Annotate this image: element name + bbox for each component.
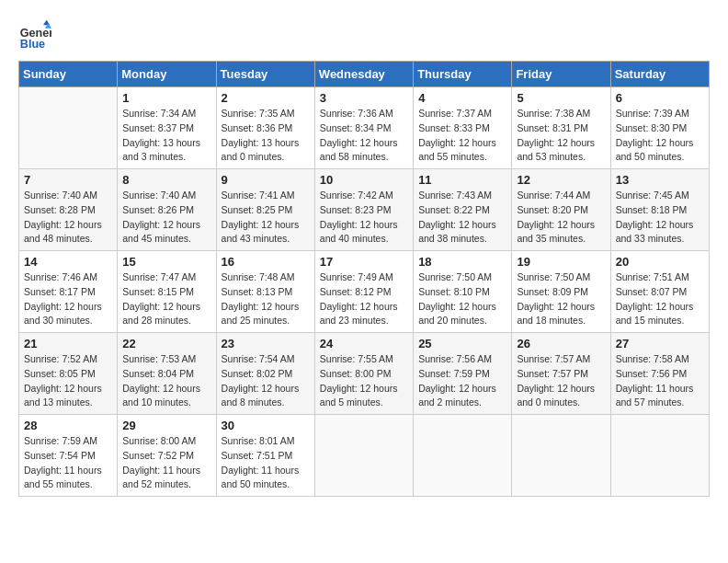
day-info: Sunrise: 7:57 AM Sunset: 7:57 PM Dayligh… (517, 352, 605, 410)
calendar-cell: 11Sunrise: 7:43 AM Sunset: 8:22 PM Dayli… (414, 169, 512, 251)
day-number: 21 (24, 337, 112, 350)
day-number: 22 (122, 337, 210, 350)
calendar-cell: 20Sunrise: 7:51 AM Sunset: 8:07 PM Dayli… (610, 251, 709, 333)
calendar-cell: 24Sunrise: 7:55 AM Sunset: 8:00 PM Dayli… (314, 333, 413, 415)
day-number: 29 (122, 419, 210, 432)
calendar-cell: 16Sunrise: 7:48 AM Sunset: 8:13 PM Dayli… (216, 251, 314, 333)
weekday-tuesday: Tuesday (216, 62, 314, 87)
calendar-week-4: 21Sunrise: 7:52 AM Sunset: 8:05 PM Dayli… (19, 333, 710, 415)
calendar-cell (314, 415, 413, 497)
calendar-cell: 17Sunrise: 7:49 AM Sunset: 8:12 PM Dayli… (314, 251, 413, 333)
weekday-sunday: Sunday (19, 62, 118, 87)
day-info: Sunrise: 7:40 AM Sunset: 8:28 PM Dayligh… (24, 189, 112, 247)
day-number: 8 (122, 173, 210, 187)
day-info: Sunrise: 7:51 AM Sunset: 8:07 PM Dayligh… (616, 270, 704, 328)
calendar-cell: 23Sunrise: 7:54 AM Sunset: 8:02 PM Dayli… (216, 333, 314, 415)
calendar-cell: 25Sunrise: 7:56 AM Sunset: 7:59 PM Dayli… (414, 333, 512, 415)
calendar-table: SundayMondayTuesdayWednesdayThursdayFrid… (18, 61, 710, 497)
day-number: 16 (222, 255, 310, 269)
calendar-cell: 13Sunrise: 7:45 AM Sunset: 8:18 PM Dayli… (610, 169, 709, 251)
day-number: 2 (222, 91, 310, 105)
calendar-cell: 14Sunrise: 7:46 AM Sunset: 8:17 PM Dayli… (19, 251, 118, 333)
day-number: 13 (616, 173, 704, 187)
day-info: Sunrise: 7:34 AM Sunset: 8:37 PM Dayligh… (122, 107, 210, 165)
calendar-cell: 30Sunrise: 8:01 AM Sunset: 7:51 PM Dayli… (216, 415, 314, 497)
calendar-cell: 19Sunrise: 7:50 AM Sunset: 8:09 PM Dayli… (512, 251, 610, 333)
day-number: 7 (24, 173, 112, 187)
weekday-monday: Monday (118, 62, 216, 87)
day-number: 30 (222, 419, 310, 432)
day-info: Sunrise: 7:38 AM Sunset: 8:31 PM Dayligh… (517, 107, 605, 165)
calendar-cell (512, 415, 610, 497)
day-info: Sunrise: 7:50 AM Sunset: 8:09 PM Dayligh… (517, 270, 605, 328)
page-header: General Blue (18, 18, 710, 52)
day-info: Sunrise: 7:43 AM Sunset: 8:22 PM Dayligh… (418, 189, 506, 247)
day-number: 23 (222, 337, 310, 350)
calendar-week-2: 7Sunrise: 7:40 AM Sunset: 8:28 PM Daylig… (19, 169, 710, 251)
calendar-cell: 7Sunrise: 7:40 AM Sunset: 8:28 PM Daylig… (19, 169, 118, 251)
day-number: 17 (320, 255, 408, 269)
day-info: Sunrise: 7:47 AM Sunset: 8:15 PM Dayligh… (122, 270, 210, 328)
calendar-cell: 2Sunrise: 7:35 AM Sunset: 8:36 PM Daylig… (216, 87, 314, 169)
calendar-cell (19, 87, 118, 169)
day-info: Sunrise: 7:40 AM Sunset: 8:26 PM Dayligh… (122, 189, 210, 247)
svg-marker-2 (43, 20, 50, 25)
day-number: 15 (122, 255, 210, 269)
day-number: 18 (418, 255, 506, 269)
day-number: 20 (616, 255, 704, 269)
calendar-cell: 29Sunrise: 8:00 AM Sunset: 7:52 PM Dayli… (118, 415, 216, 497)
calendar-cell: 21Sunrise: 7:52 AM Sunset: 8:05 PM Dayli… (19, 333, 118, 415)
day-number: 9 (222, 173, 310, 187)
day-info: Sunrise: 7:42 AM Sunset: 8:23 PM Dayligh… (320, 189, 408, 247)
day-number: 12 (517, 173, 605, 187)
calendar-cell: 5Sunrise: 7:38 AM Sunset: 8:31 PM Daylig… (512, 87, 610, 169)
day-info: Sunrise: 7:49 AM Sunset: 8:12 PM Dayligh… (320, 270, 408, 328)
day-info: Sunrise: 7:56 AM Sunset: 7:59 PM Dayligh… (418, 352, 506, 410)
day-info: Sunrise: 7:35 AM Sunset: 8:36 PM Dayligh… (222, 107, 310, 165)
day-info: Sunrise: 7:53 AM Sunset: 8:04 PM Dayligh… (122, 352, 210, 410)
calendar-cell: 15Sunrise: 7:47 AM Sunset: 8:15 PM Dayli… (118, 251, 216, 333)
day-number: 6 (616, 91, 704, 105)
logo: General Blue (18, 18, 55, 52)
day-number: 1 (122, 91, 210, 105)
day-info: Sunrise: 7:36 AM Sunset: 8:34 PM Dayligh… (320, 107, 408, 165)
day-number: 28 (24, 419, 112, 432)
day-number: 14 (24, 255, 112, 269)
day-info: Sunrise: 8:01 AM Sunset: 7:51 PM Dayligh… (222, 434, 310, 492)
day-info: Sunrise: 7:58 AM Sunset: 7:56 PM Dayligh… (616, 352, 704, 410)
weekday-friday: Friday (512, 62, 610, 87)
day-number: 3 (320, 91, 408, 105)
weekday-saturday: Saturday (610, 62, 709, 87)
day-info: Sunrise: 7:45 AM Sunset: 8:18 PM Dayligh… (616, 189, 704, 247)
day-number: 10 (320, 173, 408, 187)
day-info: Sunrise: 7:39 AM Sunset: 8:30 PM Dayligh… (616, 107, 704, 165)
calendar-cell: 10Sunrise: 7:42 AM Sunset: 8:23 PM Dayli… (314, 169, 413, 251)
day-number: 24 (320, 337, 408, 350)
calendar-cell: 18Sunrise: 7:50 AM Sunset: 8:10 PM Dayli… (414, 251, 512, 333)
day-number: 27 (616, 337, 704, 350)
day-number: 11 (418, 173, 506, 187)
day-info: Sunrise: 7:41 AM Sunset: 8:25 PM Dayligh… (222, 189, 310, 247)
day-info: Sunrise: 7:52 AM Sunset: 8:05 PM Dayligh… (24, 352, 112, 410)
day-number: 5 (517, 91, 605, 105)
calendar-week-3: 14Sunrise: 7:46 AM Sunset: 8:17 PM Dayli… (19, 251, 710, 333)
day-number: 19 (517, 255, 605, 269)
day-number: 4 (418, 91, 506, 105)
logo-icon: General Blue (18, 18, 51, 52)
calendar-cell: 9Sunrise: 7:41 AM Sunset: 8:25 PM Daylig… (216, 169, 314, 251)
day-info: Sunrise: 7:59 AM Sunset: 7:54 PM Dayligh… (24, 434, 112, 492)
weekday-header-row: SundayMondayTuesdayWednesdayThursdayFrid… (19, 62, 710, 87)
calendar-cell: 8Sunrise: 7:40 AM Sunset: 8:26 PM Daylig… (118, 169, 216, 251)
calendar-body: 1Sunrise: 7:34 AM Sunset: 8:37 PM Daylig… (19, 87, 710, 497)
calendar-cell: 1Sunrise: 7:34 AM Sunset: 8:37 PM Daylig… (118, 87, 216, 169)
day-info: Sunrise: 7:55 AM Sunset: 8:00 PM Dayligh… (320, 352, 408, 410)
day-info: Sunrise: 7:44 AM Sunset: 8:20 PM Dayligh… (517, 189, 605, 247)
day-number: 25 (418, 337, 506, 350)
calendar-week-1: 1Sunrise: 7:34 AM Sunset: 8:37 PM Daylig… (19, 87, 710, 169)
day-info: Sunrise: 7:50 AM Sunset: 8:10 PM Dayligh… (418, 270, 506, 328)
calendar-week-5: 28Sunrise: 7:59 AM Sunset: 7:54 PM Dayli… (19, 415, 710, 497)
day-info: Sunrise: 7:48 AM Sunset: 8:13 PM Dayligh… (222, 270, 310, 328)
weekday-wednesday: Wednesday (314, 62, 413, 87)
calendar-cell: 27Sunrise: 7:58 AM Sunset: 7:56 PM Dayli… (610, 333, 709, 415)
calendar-cell: 4Sunrise: 7:37 AM Sunset: 8:33 PM Daylig… (414, 87, 512, 169)
